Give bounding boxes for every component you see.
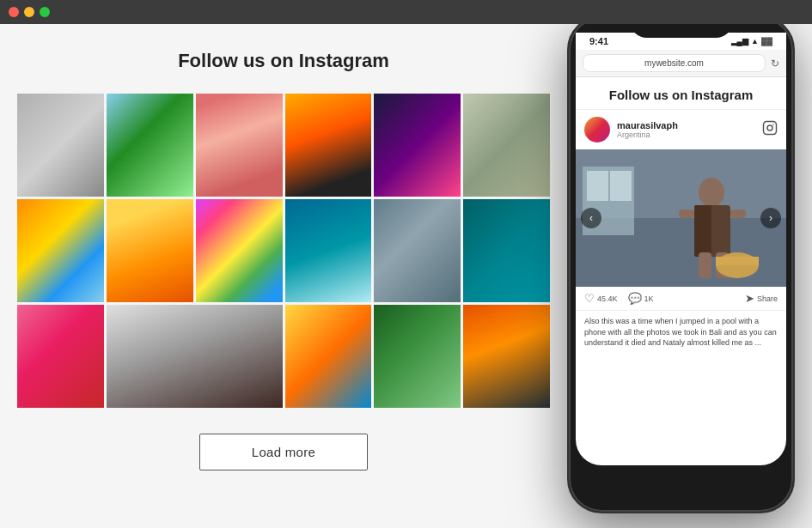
- instagram-icon[interactable]: [762, 120, 778, 140]
- heart-icon: ♡: [584, 292, 595, 305]
- phone-screen-inner: Follow us on Instagram maurasilvaph Arge…: [576, 77, 786, 354]
- comment-icon: 💬: [628, 292, 642, 305]
- maximize-button[interactable]: [40, 7, 50, 17]
- phone-browser-bar: mywebsite.com ↻: [576, 50, 786, 77]
- svg-rect-14: [716, 257, 759, 265]
- browser-content: Follow us on Instagram Load more: [0, 24, 812, 528]
- close-button[interactable]: [9, 7, 19, 17]
- grid-photo-12[interactable]: [463, 199, 550, 302]
- post-caption: Also this was a time when I jumped in a …: [576, 311, 786, 354]
- svg-rect-7: [610, 171, 632, 201]
- phone-insta-title: Follow us on Instagram: [576, 77, 786, 110]
- svg-rect-0: [764, 121, 777, 134]
- grid-photo-10[interactable]: [285, 199, 372, 302]
- grid-photo-1[interactable]: [17, 94, 104, 197]
- like-action[interactable]: ♡ 45.4K: [584, 292, 618, 305]
- carousel-prev-button[interactable]: ‹: [581, 208, 601, 228]
- post-username[interactable]: maurasilvaph: [617, 120, 678, 130]
- post-location: Argentina: [617, 130, 678, 139]
- likes-count: 45.4K: [597, 294, 618, 303]
- share-icon: ➤: [745, 292, 754, 305]
- post-image-background: [576, 149, 786, 287]
- svg-point-8: [699, 178, 724, 207]
- post-header: maurasilvaph Argentina: [576, 110, 786, 149]
- grid-photo-6[interactable]: [463, 94, 550, 197]
- grid-photo-16[interactable]: [374, 305, 461, 408]
- phone-notch: [630, 24, 733, 38]
- grid-photo-14[interactable]: [107, 305, 283, 408]
- post-user-info: maurasilvaph Argentina: [617, 120, 678, 139]
- svg-point-1: [767, 125, 772, 130]
- grid-photo-17[interactable]: [463, 305, 550, 408]
- phone-screen: 9:41 ▂▄▆ ▲ ▓▓ mywebsite.com ↻ Follow us …: [576, 33, 786, 465]
- svg-point-2: [772, 124, 774, 125]
- load-more-button[interactable]: Load more: [199, 434, 368, 470]
- grid-photo-7[interactable]: [17, 199, 104, 302]
- phone-mockup: 9:41 ▂▄▆ ▲ ▓▓ mywebsite.com ↻ Follow us …: [567, 24, 795, 513]
- grid-photo-9[interactable]: [196, 199, 283, 302]
- battery-icon: ▓▓: [761, 37, 772, 46]
- post-user: maurasilvaph Argentina: [584, 117, 678, 143]
- share-label: Share: [757, 294, 778, 303]
- grid-photo-4[interactable]: [285, 94, 372, 197]
- svg-rect-10: [694, 205, 711, 257]
- svg-rect-6: [587, 171, 608, 201]
- post-image: ‹ ›: [576, 149, 786, 287]
- wifi-icon: ▲: [751, 37, 759, 46]
- post-card: maurasilvaph Argentina: [576, 110, 786, 354]
- grid-photo-11[interactable]: [374, 199, 461, 302]
- avatar: [584, 117, 610, 143]
- refresh-icon[interactable]: ↻: [771, 58, 779, 70]
- title-bar: [0, 0, 812, 24]
- section-title: Follow us on Instagram: [178, 50, 389, 72]
- photo-grid: [17, 94, 550, 408]
- svg-rect-15: [679, 209, 694, 218]
- comments-count: 1K: [644, 294, 654, 303]
- status-icons: ▂▄▆ ▲ ▓▓: [731, 37, 772, 46]
- svg-rect-11: [699, 252, 711, 278]
- svg-rect-16: [730, 209, 746, 218]
- phone-url-bar[interactable]: mywebsite.com: [583, 54, 766, 72]
- post-actions: ♡ 45.4K 💬 1K ➤ Share: [576, 287, 786, 311]
- status-time: 9:41: [589, 36, 608, 46]
- signal-icon: ▂▄▆: [731, 37, 748, 46]
- carousel-next-button[interactable]: ›: [760, 208, 781, 228]
- grid-photo-15[interactable]: [285, 305, 372, 408]
- grid-photo-5[interactable]: [374, 94, 461, 197]
- minimize-button[interactable]: [24, 7, 34, 17]
- grid-photo-2[interactable]: [107, 94, 193, 197]
- share-action[interactable]: ➤ Share: [745, 292, 778, 305]
- grid-photo-13[interactable]: [17, 305, 104, 408]
- comment-action[interactable]: 💬 1K: [628, 292, 654, 305]
- grid-photo-3[interactable]: [196, 94, 283, 197]
- grid-photo-8[interactable]: [107, 199, 193, 302]
- instagram-feed-section: Follow us on Instagram Load more: [0, 24, 567, 528]
